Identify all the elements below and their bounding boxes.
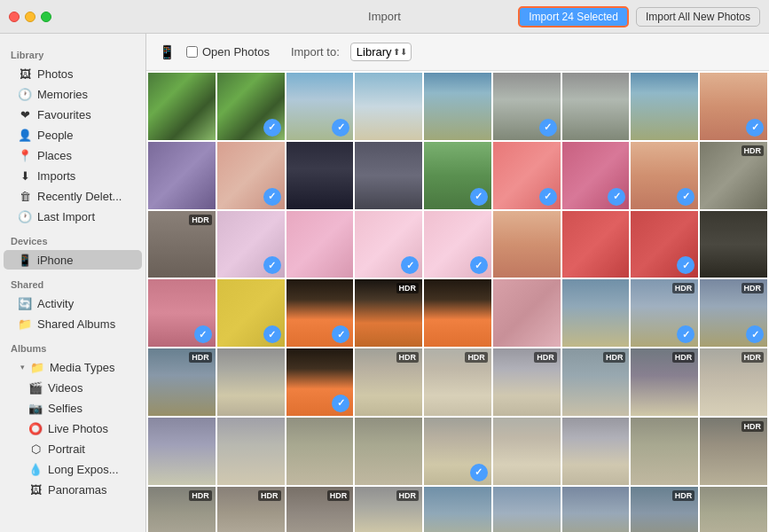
- photo-cell[interactable]: ✓: [286, 279, 354, 347]
- sidebar-item-live-photos[interactable]: ⭕ Live Photos: [4, 419, 142, 438]
- sidebar-videos-label: Videos: [48, 381, 83, 395]
- photo-cell[interactable]: ✓: [700, 73, 767, 140]
- photo-cell[interactable]: ✓: [217, 279, 285, 347]
- photo-cell[interactable]: HDR: [631, 487, 698, 532]
- photo-cell[interactable]: HDR: [424, 348, 491, 416]
- photo-cell[interactable]: [493, 211, 561, 278]
- sidebar-item-favourites[interactable]: ❤ Favourites: [4, 105, 142, 124]
- photo-cell[interactable]: ✓: [217, 73, 285, 140]
- photo-cell[interactable]: HDR: [700, 142, 767, 209]
- memories-icon: 🕐: [18, 87, 32, 101]
- photo-cell[interactable]: [631, 73, 698, 140]
- photo-cell[interactable]: HDR: [148, 348, 216, 416]
- photo-cell[interactable]: [631, 418, 698, 485]
- photo-cell[interactable]: ✓: [631, 211, 698, 278]
- photo-cell[interactable]: [493, 487, 561, 532]
- main-layout: Library 🖼 Photos 🕐 Memories ❤ Favourites…: [0, 34, 769, 532]
- sidebar-favourites-label: Favourites: [37, 108, 91, 121]
- selection-check: ✓: [677, 256, 694, 274]
- sidebar-item-photos[interactable]: 🖼 Photos: [4, 64, 142, 83]
- sidebar-item-selfies[interactable]: 📷 Selfies: [4, 398, 142, 418]
- photo-cell[interactable]: ✓: [217, 211, 285, 278]
- photo-cell[interactable]: [700, 487, 767, 532]
- photo-cell[interactable]: HDR: [355, 487, 422, 532]
- photo-cell[interactable]: [424, 487, 491, 532]
- photo-cell[interactable]: ✓: [286, 348, 354, 416]
- photo-cell[interactable]: ✓: [493, 142, 561, 209]
- photo-cell[interactable]: HDR: [700, 418, 767, 485]
- photo-cell[interactable]: HDR: [217, 487, 285, 532]
- photo-cell[interactable]: ✓: [217, 142, 285, 209]
- sidebar-item-portrait[interactable]: ⬡ Portrait: [4, 439, 142, 458]
- photo-cell[interactable]: [148, 73, 216, 140]
- sidebar-item-shared-albums[interactable]: 📁 Shared Albums: [4, 314, 142, 333]
- import-to-select[interactable]: Library Photos: [350, 43, 412, 61]
- selection-check: ✓: [746, 119, 764, 137]
- sidebar-item-activity[interactable]: 🔄 Activity: [4, 293, 142, 313]
- photo-cell[interactable]: HDR✓: [631, 279, 698, 347]
- import-selected-button[interactable]: Import 24 Selected: [518, 6, 629, 27]
- import-all-button[interactable]: Import All New Photos: [636, 7, 760, 27]
- photo-cell[interactable]: ✓: [424, 142, 491, 209]
- photo-cell[interactable]: [148, 418, 216, 485]
- sidebar-item-iphone[interactable]: 📱 iPhone: [4, 250, 142, 270]
- sidebar-item-memories[interactable]: 🕐 Memories: [4, 84, 142, 104]
- sidebar-item-places[interactable]: 📍 Places: [4, 145, 142, 165]
- photo-cell[interactable]: [355, 73, 422, 140]
- sidebar-item-last-import[interactable]: 🕐 Last Import: [4, 207, 142, 226]
- photo-cell[interactable]: [562, 487, 630, 532]
- photo-cell[interactable]: [493, 418, 561, 485]
- photo-cell[interactable]: ✓: [493, 73, 561, 140]
- photo-cell[interactable]: HDR: [562, 348, 630, 416]
- photo-cell[interactable]: ✓: [355, 211, 422, 278]
- photo-cell[interactable]: HDR: [148, 487, 216, 532]
- photo-cell[interactable]: [217, 348, 285, 416]
- photo-cell[interactable]: [562, 418, 630, 485]
- photo-cell[interactable]: HDR: [286, 487, 354, 532]
- photo-cell[interactable]: [562, 279, 630, 347]
- photo-grid-container[interactable]: ✓✓✓✓✓✓✓✓✓HDRHDR✓✓✓✓✓✓✓HDRHDR✓HDR✓HDR✓HDR…: [146, 71, 769, 532]
- photo-cell[interactable]: [355, 142, 422, 209]
- sidebar-item-long-exposure[interactable]: 💧 Long Expos...: [4, 459, 142, 479]
- photo-cell[interactable]: [286, 142, 354, 209]
- sidebar-item-panoramas[interactable]: 🖼 Panoramas: [4, 480, 142, 499]
- photo-cell[interactable]: HDR✓: [700, 279, 767, 347]
- close-button[interactable]: [9, 12, 20, 22]
- photo-cell[interactable]: HDR: [493, 348, 561, 416]
- photo-cell[interactable]: HDR: [148, 211, 216, 278]
- sidebar-places-label: Places: [37, 149, 72, 162]
- photo-cell[interactable]: [286, 211, 354, 278]
- photo-cell[interactable]: [148, 142, 216, 209]
- sidebar-item-imports[interactable]: ⬇ Imports: [4, 166, 142, 185]
- albums-section-header: Albums: [0, 334, 145, 356]
- photo-cell[interactable]: [562, 211, 630, 278]
- photo-cell[interactable]: ✓: [424, 418, 491, 485]
- activity-icon: 🔄: [18, 296, 32, 310]
- content-area: 📱 Open Photos Import to: Library Photos …: [146, 34, 769, 532]
- sidebar-item-recently-deleted[interactable]: 🗑 Recently Delet...: [4, 186, 142, 206]
- photo-cell[interactable]: ✓: [148, 279, 216, 347]
- open-photos-checkbox[interactable]: [186, 46, 198, 58]
- photo-cell[interactable]: ✓: [631, 142, 698, 209]
- photo-cell[interactable]: [424, 73, 491, 140]
- photo-cell[interactable]: [493, 279, 561, 347]
- photo-cell[interactable]: [286, 418, 354, 485]
- photo-cell[interactable]: [355, 418, 422, 485]
- selection-check: ✓: [263, 256, 281, 274]
- photo-cell[interactable]: HDR: [700, 348, 767, 416]
- sidebar-item-videos[interactable]: 🎬 Videos: [4, 378, 142, 397]
- fullscreen-button[interactable]: [41, 12, 51, 22]
- photo-cell[interactable]: HDR: [355, 279, 422, 347]
- minimize-button[interactable]: [25, 12, 35, 22]
- sidebar-item-people[interactable]: 👤 People: [4, 125, 142, 145]
- photo-cell[interactable]: [700, 211, 767, 278]
- photo-cell[interactable]: [562, 73, 630, 140]
- photo-cell[interactable]: ✓: [286, 73, 354, 140]
- sidebar-item-media-types[interactable]: ▾ 📁 Media Types: [4, 357, 142, 377]
- photo-cell[interactable]: [217, 418, 285, 485]
- photo-cell[interactable]: HDR: [631, 348, 698, 416]
- photo-cell[interactable]: HDR: [355, 348, 422, 416]
- photo-cell[interactable]: ✓: [562, 142, 630, 209]
- photo-cell[interactable]: ✓: [424, 211, 491, 278]
- photo-cell[interactable]: [424, 279, 491, 347]
